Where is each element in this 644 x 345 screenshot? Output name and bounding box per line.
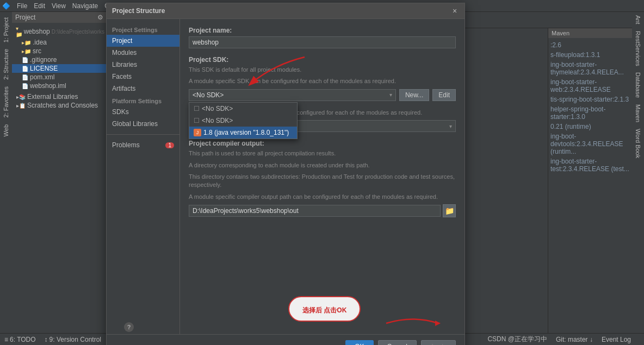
help-icon[interactable]: ? [124,322,134,332]
tree-item-webshop[interactable]: ▾📁 webshop D:\IdeaProjects\works [12,25,107,38]
sdk-option-label-2: <No SDK> [202,117,233,124]
nav-libraries[interactable]: Libraries [107,59,179,71]
tab-web[interactable]: Web [1,121,11,140]
status-version-control[interactable]: ↕ 9: Version Control [45,336,101,343]
tab-favorites[interactable]: 2: Favorites [1,83,11,121]
nav-facets[interactable]: Facets [107,71,179,83]
sdk-option-nosdk-1[interactable]: ☐ <No SDK> [189,103,297,115]
sdk-desc-2: A module specific SDK can be configured … [189,77,456,85]
tab-project[interactable]: 1: Project [1,14,11,46]
maven-item-6: helper-spring-boot-starter:1.3.0 [550,104,630,122]
project-name-group: Project name: [189,27,456,48]
maven-header: Maven [548,28,632,38]
cancel-button[interactable]: Cancel [378,340,417,345]
dialog-titlebar: Project Structure × [107,3,465,19]
project-sdk-group: Project SDK: This SDK is default for all… [189,56,456,101]
sdk-selected-value: <No SDK> [193,91,224,99]
project-settings-section: Project Settings [107,23,179,35]
status-todo[interactable]: ≡ 6: TODO [4,336,36,343]
sdk-row: <No SDK> ▾ ☐ <No SDK> ☐ [189,89,456,101]
tree-item-scratches[interactable]: ▸📋 Scratches and Consoles [12,101,107,110]
dialog-title: Project Structure [112,7,165,15]
project-settings-icon[interactable]: ⚙ [97,14,103,21]
tree-label-iml: webshop.iml [30,82,66,90]
ok-button[interactable]: OK [345,340,373,345]
src-folder-icon: ▸📁 [22,48,31,54]
tree-item-license[interactable]: 📄 LICENSE [12,64,107,73]
status-event-log[interactable]: Event Log [602,336,631,343]
menu-file[interactable]: File [17,2,27,10]
nav-modules[interactable]: Modules [107,47,179,59]
tab-ant[interactable]: Ant [633,12,643,28]
tab-maven[interactable]: Maven [633,101,643,126]
tree-item-iml[interactable]: 📄 webshop.iml [12,81,107,90]
sdk-desc-1: This SDK is default for all project modu… [189,66,456,74]
tree-label-scratches: Scratches and Consoles [27,102,98,109]
project-tree: ▾📁 webshop D:\IdeaProjects\works ▸📁 .ide… [12,23,107,112]
status-csdn: CSDN @正在学习中 [487,335,547,344]
menu-edit[interactable]: Edit [34,2,45,10]
maven-item-8: ing-boot-devtools:2.3.4.RELEASE (runtim.… [550,131,630,156]
sdk-dropdown-list: ☐ <No SDK> ☐ <No SDK> J 1.8 (java versio… [189,102,298,139]
project-panel-header: Project ⚙ [12,12,107,23]
maven-item-4: ing-boot-starter-web:2.3.4.RELEASE [550,77,630,95]
menu-navigate[interactable]: Navigate [72,2,98,10]
webshop-path: D:\IdeaProjects\works [52,29,104,35]
tree-item-gitignore[interactable]: 📄 .gitignore [12,55,107,64]
project-name-input[interactable] [189,36,456,48]
gitignore-icon: 📄 [22,57,28,63]
output-browse-button[interactable]: 📁 [443,204,456,217]
todo-icon: ≡ [4,336,8,343]
apply-button[interactable]: Apply [421,340,456,345]
compiler-output-label: Project compiler output: [189,140,456,147]
nav-artifacts[interactable]: Artifacts [107,83,179,95]
iml-icon: 📄 [22,83,28,89]
tree-item-src[interactable]: ▸📁 src [12,47,107,55]
java-sdk-icon: J [194,129,201,136]
sdk-new-button[interactable]: New... [399,89,429,101]
nav-sdks[interactable]: SDKs [107,106,179,118]
annotation-text: 选择后 点击OK [302,306,346,314]
dialog-close-button[interactable]: × [450,7,459,15]
output-path-input[interactable] [189,205,441,217]
compiler-desc-4: A module specific compiler output path c… [189,193,456,201]
maven-list: :2.6 s-fileupload:1.3.1 ing-boot-starter… [548,38,632,176]
tree-item-idea[interactable]: ▸📁 .idea [12,38,107,47]
maven-item-1: :2.6 [550,40,630,50]
scratches-icon: ▸📋 [16,103,26,109]
external-libraries-icon: ▸📚 [16,94,26,100]
tab-rest-services[interactable]: RestServices [633,28,643,70]
tree-label-pom: pom.xml [30,73,54,81]
sdk-option-nosdk-2[interactable]: ☐ <No SDK> [189,115,297,127]
idea-folder-icon: ▸📁 [22,40,31,46]
tab-word-book[interactable]: Word Book [633,126,643,161]
tree-item-pom[interactable]: 📄 pom.xml [12,73,107,81]
app-icon: 🔷 [2,2,10,10]
platform-settings-section: Platform Settings [107,95,179,106]
tree-label-external-libraries: External Libraries [27,93,78,101]
tab-database[interactable]: Database [633,69,643,101]
menu-view[interactable]: View [52,2,66,10]
output-row: 📁 [189,204,456,217]
sdk-dropdown[interactable]: <No SDK> ▾ [189,89,396,101]
nav-project[interactable]: Project [107,35,179,47]
sdk-dropdown-chevron: ▾ [389,92,392,98]
compiler-desc-3: This directory contains two subdirectori… [189,173,456,190]
project-structure-dialog: Project Structure × Project Settings Pro… [106,3,465,345]
tab-structure[interactable]: 2: Structure [1,46,11,83]
maven-item-9: ing-boot-starter-test:2.3.4.RELEASE (tes… [550,156,630,174]
problems-badge: 1 [165,142,174,148]
dialog-sidebar: Project Settings Project Modules Librari… [107,19,180,334]
compiler-output-group: Project compiler output: This path is us… [189,140,456,217]
sdk-edit-button[interactable]: Edit [432,89,456,101]
nav-global-libraries[interactable]: Global Libraries [107,118,179,130]
tree-item-external-libraries[interactable]: ▸📚 External Libraries [12,92,107,101]
nav-problems[interactable]: Problems 1 [107,139,179,151]
annotation-bubble: 选择后 点击OK [288,296,361,322]
tree-label-src: src [33,47,41,55]
webshop-folder-icon: ▾📁 [16,26,22,37]
dialog-body: Project Settings Project Modules Librari… [107,19,465,334]
sdk-option-java18[interactable]: J 1.8 (java version "1.8.0_131") [189,127,297,139]
compiler-desc-2: A directory corresponding to each module… [189,161,456,170]
sdk-option-label-1: <No SDK> [202,105,233,112]
